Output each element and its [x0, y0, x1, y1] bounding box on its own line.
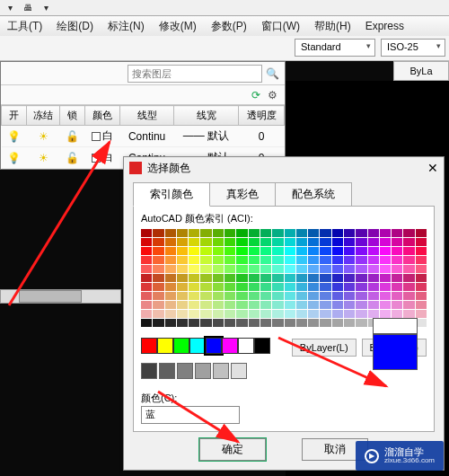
palette-cell[interactable] [332, 247, 343, 255]
palette-cell[interactable] [236, 292, 247, 300]
palette-cell[interactable] [308, 256, 319, 264]
standard-color-swatch[interactable] [173, 338, 189, 354]
color-cell[interactable]: 白 [85, 126, 120, 147]
palette-cell[interactable] [356, 301, 366, 309]
palette-cell[interactable] [236, 256, 247, 264]
palette-cell[interactable] [249, 292, 260, 300]
palette-cell[interactable] [403, 229, 414, 237]
palette-cell[interactable] [368, 238, 379, 246]
tab-color-books[interactable]: 配色系统 [275, 182, 352, 207]
palette-cell[interactable] [272, 265, 283, 273]
palette-gray-cell[interactable] [189, 319, 199, 327]
tab-true-color[interactable]: 真彩色 [209, 182, 276, 207]
bulb-icon[interactable]: 💡 [7, 130, 21, 143]
palette-cell[interactable] [392, 265, 402, 273]
palette-cell[interactable] [200, 265, 211, 273]
palette-cell[interactable] [380, 292, 391, 300]
menu-help[interactable]: 帮助(H) [307, 19, 358, 34]
lock-icon[interactable]: 🔓 [66, 130, 79, 143]
palette-cell[interactable] [189, 238, 199, 246]
palette-cell[interactable] [165, 256, 176, 264]
palette-cell[interactable] [356, 238, 366, 246]
palette-cell[interactable] [392, 283, 402, 291]
palette-cell[interactable] [141, 238, 152, 246]
palette-cell[interactable] [320, 229, 330, 237]
menu-dimension[interactable]: 标注(N) [101, 19, 152, 34]
palette-cell[interactable] [224, 229, 235, 237]
palette-cell[interactable] [213, 229, 224, 237]
palette-cell[interactable] [356, 265, 366, 273]
palette-cell[interactable] [260, 292, 271, 300]
palette-cell[interactable] [260, 238, 271, 246]
palette-cell[interactable] [344, 283, 355, 291]
gray-shade-swatch[interactable] [213, 363, 229, 379]
color-name-input[interactable] [141, 406, 240, 424]
palette-cell[interactable] [403, 265, 414, 273]
palette-cell[interactable] [249, 238, 260, 246]
palette-cell[interactable] [344, 274, 355, 282]
palette-cell[interactable] [200, 229, 211, 237]
palette-cell[interactable] [200, 247, 211, 255]
palette-cell[interactable] [141, 310, 152, 318]
palette-cell[interactable] [308, 229, 319, 237]
palette-cell[interactable] [308, 238, 319, 246]
print-icon[interactable]: 🖶 [22, 2, 34, 14]
palette-cell[interactable] [272, 283, 283, 291]
palette-cell[interactable] [392, 238, 402, 246]
palette-cell[interactable] [177, 292, 188, 300]
save-icon[interactable]: ▾ [4, 2, 16, 14]
palette-gray-cell[interactable] [296, 319, 307, 327]
palette-cell[interactable] [296, 283, 307, 291]
palette-cell[interactable] [200, 283, 211, 291]
palette-cell[interactable] [153, 265, 163, 273]
palette-cell[interactable] [260, 229, 271, 237]
palette-cell[interactable] [332, 274, 343, 282]
palette-cell[interactable] [392, 256, 402, 264]
palette-cell[interactable] [296, 265, 307, 273]
palette-cell[interactable] [224, 256, 235, 264]
palette-cell[interactable] [153, 229, 163, 237]
search-icon[interactable]: 🔍 [266, 67, 279, 80]
palette-cell[interactable] [165, 247, 176, 255]
palette-cell[interactable] [260, 256, 271, 264]
palette-cell[interactable] [344, 265, 355, 273]
palette-cell[interactable] [296, 310, 307, 318]
palette-cell[interactable] [153, 247, 163, 255]
palette-cell[interactable] [308, 283, 319, 291]
palette-cell[interactable] [416, 274, 427, 282]
palette-cell[interactable] [213, 265, 224, 273]
palette-gray-cell[interactable] [165, 319, 176, 327]
transparency-cell[interactable]: 0 [239, 126, 285, 147]
palette-cell[interactable] [368, 283, 379, 291]
palette-cell[interactable] [249, 265, 260, 273]
palette-cell[interactable] [320, 265, 330, 273]
palette-gray-cell[interactable] [213, 319, 224, 327]
palette-cell[interactable] [236, 238, 247, 246]
palette-cell[interactable] [356, 292, 366, 300]
palette-cell[interactable] [320, 256, 330, 264]
palette-cell[interactable] [141, 283, 152, 291]
palette-cell[interactable] [224, 265, 235, 273]
menu-draw[interactable]: 绘图(D) [49, 19, 101, 34]
palette-cell[interactable] [344, 247, 355, 255]
palette-cell[interactable] [296, 229, 307, 237]
palette-cell[interactable] [308, 292, 319, 300]
palette-cell[interactable] [416, 283, 427, 291]
palette-gray-cell[interactable] [249, 319, 260, 327]
palette-cell[interactable] [403, 274, 414, 282]
lock-icon[interactable]: 🔓 [66, 152, 79, 164]
palette-cell[interactable] [368, 301, 379, 309]
refresh-icon[interactable]: ⟳ [251, 89, 260, 101]
palette-cell[interactable] [213, 301, 224, 309]
gray-shade-swatch[interactable] [195, 363, 211, 379]
gray-shade-swatch[interactable] [159, 363, 175, 379]
palette-cell[interactable] [213, 238, 224, 246]
palette-gray-cell[interactable] [141, 319, 152, 327]
table-row[interactable]: 💡☀🔓白Continu—— 默认0 [2, 126, 285, 147]
palette-cell[interactable] [165, 301, 176, 309]
palette-cell[interactable] [380, 247, 391, 255]
palette-cell[interactable] [249, 274, 260, 282]
palette-cell[interactable] [189, 274, 199, 282]
palette-cell[interactable] [296, 292, 307, 300]
palette-cell[interactable] [224, 274, 235, 282]
